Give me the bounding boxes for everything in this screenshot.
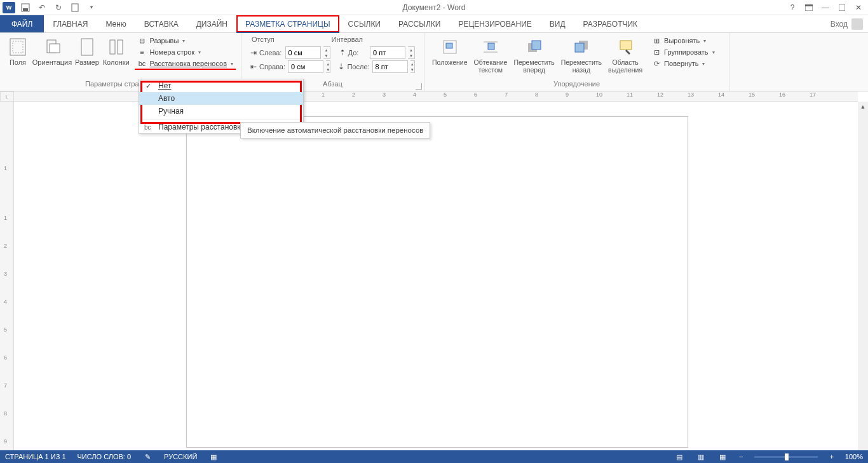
status-language[interactable]: РУССКИЙ xyxy=(164,453,197,460)
position-button[interactable]: Положение xyxy=(430,36,470,67)
size-icon xyxy=(77,37,97,57)
size-button[interactable]: Размер xyxy=(74,36,100,67)
ruler-corner[interactable]: L xyxy=(0,91,14,102)
svg-rect-1 xyxy=(23,8,28,11)
rotate-button[interactable]: ⟳ Повернуть xyxy=(649,58,717,69)
help-icon[interactable]: ? xyxy=(788,3,797,12)
svg-rect-21 xyxy=(575,43,584,52)
new-doc-icon[interactable] xyxy=(70,3,80,13)
group-label-arrange: Упорядочение xyxy=(424,80,729,90)
indent-right-icon: ⇤ xyxy=(250,62,257,71)
status-word-count[interactable]: ЧИСЛО СЛОВ: 0 xyxy=(78,453,132,460)
auto-hyphenation-tooltip: Включение автоматической расстановки пер… xyxy=(240,122,430,138)
title-bar: W ↶ ↻ ▾ Документ2 - Word ? — ✕ xyxy=(0,0,868,15)
hyphenation-auto-item[interactable]: Авто xyxy=(139,92,303,105)
ribbon-tabs: ФАЙЛ ГЛАВНАЯ Меню ВСТАВКА ДИЗАЙН РАЗМЕТК… xyxy=(0,15,868,33)
indent-left-icon: ⇥ xyxy=(250,48,257,57)
tab-page-layout[interactable]: РАЗМЕТКА СТРАНИЦЫ xyxy=(236,15,339,32)
document-title: Документ2 - Word xyxy=(402,3,465,12)
send-backward-button[interactable]: Переместить назад xyxy=(559,36,604,75)
web-layout-icon[interactable]: ▦ xyxy=(717,452,728,461)
word-app-icon: W xyxy=(3,2,15,13)
group-arrange: Положение Обтекание текстом Переместить … xyxy=(424,33,729,91)
tab-home[interactable]: ГЛАВНАЯ xyxy=(44,15,97,32)
spacing-before-input[interactable] xyxy=(370,46,405,59)
tab-design[interactable]: ДИЗАЙН xyxy=(187,15,236,32)
ribbon: Поля Ориентация Размер Колонки ⊟ Разрывы xyxy=(0,33,868,91)
document-page[interactable] xyxy=(187,117,688,447)
sign-in-label: Вход xyxy=(831,20,848,29)
read-mode-icon[interactable]: ▤ xyxy=(674,452,684,461)
qat-dropdown-icon[interactable]: ▾ xyxy=(86,3,97,13)
spacing-after-input[interactable] xyxy=(372,60,408,73)
group-icon: ⊡ xyxy=(651,48,661,57)
selection-pane-button[interactable]: Область выделения xyxy=(606,36,645,75)
undo-icon[interactable]: ↶ xyxy=(37,3,47,13)
bring-forward-icon xyxy=(524,37,545,57)
paragraph-dialog-launcher[interactable] xyxy=(416,83,422,90)
sign-in[interactable]: Вход xyxy=(831,15,868,32)
tab-file[interactable]: ФАЙЛ xyxy=(0,15,44,32)
spacing-header: Интервал xyxy=(332,36,363,43)
svg-rect-10 xyxy=(81,39,93,55)
window-controls: ? — ✕ xyxy=(788,3,868,12)
vertical-ruler[interactable]: 1123456789101112 xyxy=(0,102,14,450)
status-bar: СТРАНИЦА 1 ИЗ 1 ЧИСЛО СЛОВ: 0 ✎ РУССКИЙ … xyxy=(0,450,868,463)
margins-button[interactable]: Поля xyxy=(5,36,31,67)
zoom-level[interactable]: 100% xyxy=(845,453,863,460)
hyphenation-options-icon: bc xyxy=(144,124,151,131)
line-numbers-button[interactable]: ≡ Номера строк xyxy=(135,47,236,57)
align-button[interactable]: ⊞ Выровнять xyxy=(649,36,717,46)
orientation-button[interactable]: Ориентация xyxy=(32,36,72,67)
line-numbers-icon: ≡ xyxy=(137,48,147,57)
svg-rect-14 xyxy=(446,43,452,48)
zoom-in-icon[interactable]: + xyxy=(829,453,833,460)
breaks-icon: ⊟ xyxy=(137,36,147,45)
proofing-icon[interactable]: ✎ xyxy=(142,452,153,461)
svg-rect-9 xyxy=(50,44,60,53)
hyphenation-none-item[interactable]: Нет xyxy=(139,79,303,92)
tab-references[interactable]: ССЫЛКИ xyxy=(339,15,390,32)
group-objects-button[interactable]: ⊡ Группировать xyxy=(649,47,717,57)
margins-icon xyxy=(8,37,28,57)
selection-pane-icon xyxy=(615,37,635,57)
hyphenation-manual-item[interactable]: Ручная xyxy=(139,105,303,117)
print-layout-icon[interactable]: ▥ xyxy=(696,452,706,461)
columns-button[interactable]: Колонки xyxy=(102,36,131,67)
tab-developer[interactable]: РАЗРАБОТЧИК xyxy=(574,15,647,32)
indent-right-input[interactable] xyxy=(288,60,323,73)
maximize-icon[interactable] xyxy=(837,3,846,12)
zoom-slider[interactable] xyxy=(754,456,818,458)
bring-forward-button[interactable]: Переместить вперед xyxy=(511,36,557,75)
breaks-button[interactable]: ⊟ Разрывы xyxy=(135,36,236,46)
ribbon-options-icon[interactable] xyxy=(804,3,813,12)
indent-left-input[interactable] xyxy=(285,46,321,59)
minimize-icon[interactable]: — xyxy=(821,3,830,12)
spacing-before-icon: ⇡ xyxy=(339,48,346,57)
indent-right-spinner[interactable]: ▲▼ xyxy=(326,60,330,73)
vertical-scrollbar[interactable]: ▲ xyxy=(858,102,868,450)
wrap-text-button[interactable]: Обтекание текстом xyxy=(471,36,510,75)
spacing-after-spinner[interactable]: ▲▼ xyxy=(410,60,415,73)
spacing-after-icon: ⇣ xyxy=(338,62,344,71)
zoom-thumb[interactable] xyxy=(785,453,789,460)
tab-menu[interactable]: Меню xyxy=(97,15,135,32)
wrap-text-icon xyxy=(480,37,501,57)
tab-mailings[interactable]: РАССЫЛКИ xyxy=(390,15,449,32)
indent-left-spinner[interactable]: ▲▼ xyxy=(323,46,330,59)
redo-icon[interactable]: ↻ xyxy=(53,3,64,13)
scroll-up-icon[interactable]: ▲ xyxy=(858,102,868,112)
status-page[interactable]: СТРАНИЦА 1 ИЗ 1 xyxy=(5,453,66,460)
tab-view[interactable]: ВИД xyxy=(541,15,574,32)
position-icon xyxy=(440,37,460,57)
hyphenation-button[interactable]: bc Расстановка переносов xyxy=(135,58,236,70)
macro-icon[interactable]: ▦ xyxy=(208,452,219,461)
save-icon[interactable] xyxy=(20,3,31,13)
tab-review[interactable]: РЕЦЕНЗИРОВАНИЕ xyxy=(449,15,540,32)
zoom-out-icon[interactable]: − xyxy=(739,453,743,460)
align-icon: ⊞ xyxy=(651,36,661,45)
tab-insert[interactable]: ВСТАВКА xyxy=(135,15,187,32)
send-backward-icon xyxy=(571,37,592,57)
close-icon[interactable]: ✕ xyxy=(854,3,863,12)
spacing-before-spinner[interactable]: ▲▼ xyxy=(408,46,415,59)
